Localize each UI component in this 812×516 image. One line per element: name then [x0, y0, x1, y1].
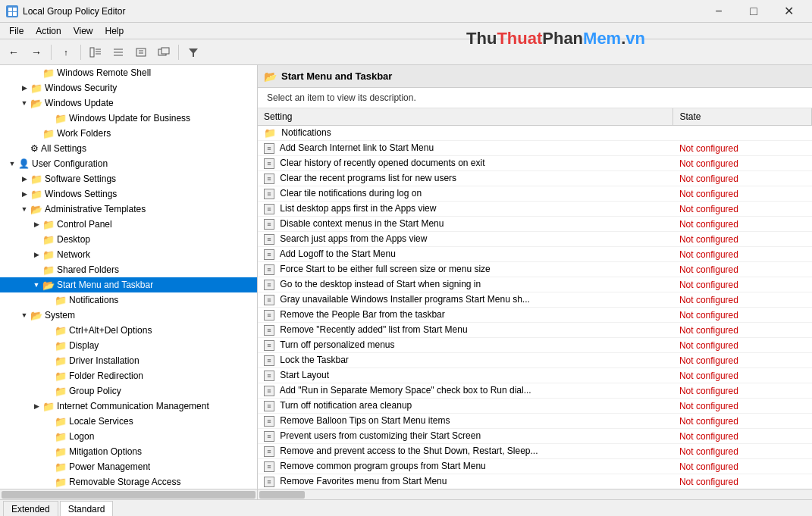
setting-name: Remove and prevent access to the Shut Do… — [280, 446, 538, 456]
menu-view[interactable]: View — [67, 24, 99, 38]
svg-rect-4 — [90, 48, 94, 57]
policy-icon: ≡ — [264, 355, 274, 366]
setting-name: Disable context menus in the Start Menu — [280, 218, 444, 229]
expand-windows-update: ▼ — [18, 97, 30, 109]
table-row[interactable]: ≡ Add Search Internet link to Start Menu… — [258, 141, 812, 156]
tree-item-mitigation-options[interactable]: 📁 Mitigation Options — [0, 444, 257, 459]
column-setting[interactable]: Setting — [258, 108, 673, 126]
setting-name: Add Search Internet link to Start Menu — [280, 142, 434, 153]
menu-help[interactable]: Help — [99, 24, 130, 38]
tree-item-driver-installation[interactable]: 📁 Driver Installation — [0, 353, 257, 368]
table-row[interactable]: ≡ List desktop apps first in the Apps vi… — [258, 202, 812, 217]
folder-icon: 📁 — [42, 219, 55, 230]
tab-extended[interactable]: Extended — [3, 501, 58, 516]
table-row[interactable]: ≡ Clear tile notifications during log on… — [258, 186, 812, 202]
new-window-button[interactable] — [153, 42, 174, 62]
setting-name: Go to the desktop instead of Start when … — [280, 279, 481, 289]
tree-item-group-policy[interactable]: 📁 Group Policy — [0, 383, 257, 399]
table-row[interactable]: ≡ Add "Run in Separate Memory Space" che… — [258, 383, 812, 399]
table-row[interactable]: ≡ Remove "Recently added" list from Star… — [258, 323, 812, 338]
tree-item-ctrl-alt-del[interactable]: 📁 Ctrl+Alt+Del Options — [0, 323, 257, 338]
main-content: 📁 Windows Remote Shell ▶ 📁 Windows Secur… — [0, 65, 812, 499]
tree-item-windows-settings[interactable]: ▶ 📁 Windows Settings — [0, 186, 257, 202]
forward-button[interactable]: → — [26, 42, 47, 62]
table-row[interactable]: ≡ Lock the Taskbar Not configured — [258, 353, 812, 368]
table-row[interactable]: ≡ Clear the recent programs list for new… — [258, 171, 812, 186]
table-row[interactable]: ≡ Start Layout Not configured — [258, 368, 812, 383]
tree-item-user-configuration[interactable]: ▼ 👤 User Configuration — [0, 156, 257, 171]
tree-item-desktop[interactable]: 📁 Desktop — [0, 232, 257, 247]
table-row[interactable]: ≡ Gray unavailable Windows Installer pro… — [258, 292, 812, 308]
tree-item-locale-services[interactable]: 📁 Locale Services — [0, 414, 257, 429]
details-button[interactable] — [108, 42, 129, 62]
table-row[interactable]: ≡ Remove Favorites menu from Start Menu … — [258, 474, 812, 489]
tree-item-windows-update[interactable]: ▼ 📂 Windows Update — [0, 95, 257, 111]
tree-item-windows-remote-shell[interactable]: 📁 Windows Remote Shell — [0, 65, 257, 80]
table-row[interactable]: ≡ Remove common program groups from Star… — [258, 459, 812, 474]
table-row[interactable]: ≡ Remove Balloon Tips on Start Menu item… — [258, 414, 812, 429]
tree-item-start-menu-taskbar[interactable]: ▼ 📂 Start Menu and Taskbar — [0, 277, 257, 292]
svg-rect-1 — [13, 8, 17, 11]
back-button[interactable]: ← — [3, 42, 24, 62]
tree-item-internet-communication[interactable]: ▶ 📁 Internet Communication Management — [0, 399, 257, 414]
menu-file[interactable]: File — [3, 24, 30, 38]
tree-item-control-panel[interactable]: ▶ 📁 Control Panel — [0, 217, 257, 232]
left-hscroll[interactable] — [0, 489, 257, 499]
tree-view[interactable]: 📁 Windows Remote Shell ▶ 📁 Windows Secur… — [0, 65, 257, 489]
tree-item-windows-update-for-business[interactable]: 📁 Windows Update for Business — [0, 111, 257, 126]
table-row[interactable]: ≡ Go to the desktop instead of Start whe… — [258, 277, 812, 292]
setting-name: Lock the Taskbar — [280, 355, 349, 365]
tree-item-work-folders[interactable]: 📁 Work Folders — [0, 126, 257, 141]
table-row[interactable]: ≡ Remove and prevent access to the Shut … — [258, 444, 812, 459]
tree-item-shared-folders[interactable]: 📁 Shared Folders — [0, 262, 257, 277]
folder-icon: 📁 — [30, 174, 42, 185]
show-hide-console-tree[interactable] — [85, 42, 106, 62]
close-button[interactable]: ✕ — [771, 0, 806, 23]
tree-item-folder-redirection[interactable]: 📁 Folder Redirection — [0, 368, 257, 383]
policy-icon: ≡ — [264, 310, 274, 321]
filter-button[interactable] — [183, 42, 204, 62]
tree-label: Internet Communication Management — [57, 401, 209, 411]
folder-icon-open: 📂 — [42, 280, 55, 291]
table-row[interactable]: ≡ Clear history of recently opened docum… — [258, 156, 812, 171]
right-hscroll[interactable] — [258, 489, 812, 499]
tree-item-logon[interactable]: 📁 Logon — [0, 429, 257, 444]
tree-item-notifications[interactable]: 📁 Notifications — [0, 292, 257, 308]
table-row[interactable]: ≡ Remove the People Bar from the taskbar… — [258, 308, 812, 323]
policy-icon: ≡ — [264, 371, 274, 381]
up-button[interactable]: ↑ — [55, 42, 77, 62]
setting-name: Clear history of recently opened documen… — [280, 158, 484, 168]
tree-label: System — [45, 310, 75, 321]
menu-action[interactable]: Action — [30, 24, 67, 38]
table-row[interactable]: ≡ Disable context menus in the Start Men… — [258, 217, 812, 232]
policy-icon: ≡ — [264, 264, 274, 275]
folder-icon: 📁 — [30, 189, 42, 200]
table-row[interactable]: 📁 Notifications — [258, 126, 812, 141]
table-row[interactable]: ≡ Prevent users from customizing their S… — [258, 429, 812, 444]
table-row[interactable]: ≡ Force Start to be either full screen s… — [258, 262, 812, 277]
tree-item-administrative-templates[interactable]: ▼ 📂 Administrative Templates — [0, 202, 257, 217]
svg-rect-15 — [161, 48, 169, 54]
column-state[interactable]: State — [673, 108, 812, 126]
properties-button[interactable] — [130, 42, 152, 62]
table-row[interactable]: ≡ Add Logoff to the Start Menu Not confi… — [258, 247, 812, 262]
tree-item-software-settings[interactable]: ▶ 📁 Software Settings — [0, 171, 257, 186]
table-row[interactable]: ≡ Turn off notification area cleanup Not… — [258, 399, 812, 414]
table-row[interactable]: ≡ Search just apps from the Apps view No… — [258, 232, 812, 247]
policy-icon: ≡ — [264, 325, 274, 336]
tree-item-system[interactable]: ▼ 📂 System — [0, 308, 257, 323]
setting-cell: ≡ Add "Run in Separate Memory Space" che… — [258, 383, 673, 399]
settings-table-container[interactable]: Setting State 📁 Notifications ≡ — [258, 108, 812, 489]
tree-item-power-management[interactable]: 📁 Power Management — [0, 459, 257, 474]
tab-standard[interactable]: Standard — [60, 501, 114, 516]
tree-item-network[interactable]: ▶ 📁 Network — [0, 247, 257, 262]
window-title: Local Group Policy Editor — [23, 6, 125, 17]
table-row[interactable]: ≡ Turn off personalized menus Not config… — [258, 338, 812, 353]
tree-item-display[interactable]: 📁 Display — [0, 338, 257, 353]
tree-item-windows-security[interactable]: ▶ 📁 Windows Security — [0, 80, 257, 95]
minimize-button[interactable]: − — [701, 0, 736, 23]
setting-cell: ≡ Remove and prevent access to the Shut … — [258, 444, 673, 459]
maximize-button[interactable]: □ — [736, 0, 771, 23]
tree-item-all-settings[interactable]: ⚙ All Settings — [0, 141, 257, 156]
tree-item-removable-storage[interactable]: 📁 Removable Storage Access — [0, 474, 257, 489]
